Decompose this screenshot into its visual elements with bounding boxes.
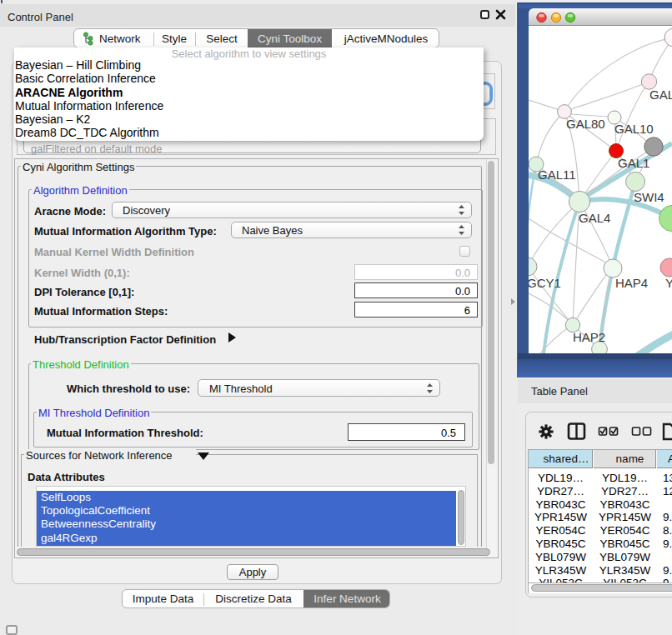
svg-text:GAL80: GAL80	[566, 117, 605, 131]
svg-text:GCY1: GCY1	[529, 276, 561, 290]
svg-text:GAL4: GAL4	[579, 211, 610, 225]
svg-text:SWI4: SWI4	[634, 190, 664, 204]
svg-text:Y: Y	[665, 276, 672, 290]
svg-text:HAP2: HAP2	[573, 330, 605, 344]
svg-text:GAL7: GAL7	[649, 88, 672, 102]
svg-text:GAL1: GAL1	[618, 156, 649, 170]
svg-text:GAL11: GAL11	[538, 168, 576, 182]
svg-text:HAP4: HAP4	[615, 276, 648, 290]
svg-text:GAL10: GAL10	[614, 122, 654, 136]
